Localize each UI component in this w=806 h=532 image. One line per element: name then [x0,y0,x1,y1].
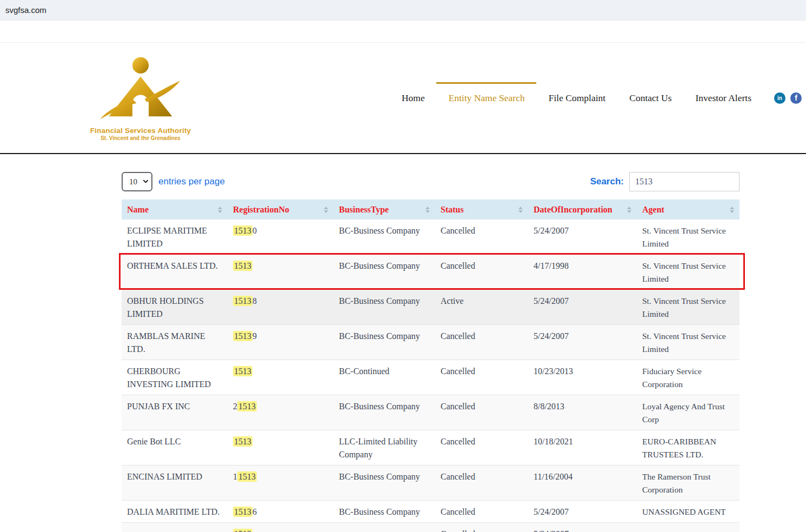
cell-registration-no: 1513 [228,430,334,466]
search-match-highlight: 1513 [233,225,252,236]
facebook-icon[interactable]: f [790,92,802,104]
nav-item-investor-alerts[interactable]: Investor Alerts [695,89,751,107]
search-match-highlight: 1513 [233,529,252,532]
column-label: RegistrationNo [233,205,289,215]
cell-business-type: BC-Continued [334,360,435,395]
search-match-highlight: 1513 [233,261,252,271]
column-header-status[interactable]: Status [435,200,528,220]
column-label: Name [127,205,149,215]
sort-icon[interactable] [730,207,734,213]
nav-item-entity-name-search[interactable]: Entity Name Search [449,89,525,107]
cell-agent: St. Vincent Trust Service Limited [637,220,740,255]
sort-icon[interactable] [518,207,523,213]
search-match-highlight: 1513 [233,296,252,306]
entity-search-content: 10 entries per page Search: NameR [122,172,740,532]
social-icons: in f [774,92,802,104]
cell-business-type: BC-Business Company [334,466,435,501]
main-nav: HomeEntity Name SearchFile ComplaintCont… [402,89,751,107]
cell-business-type: BC-Business Company [334,325,435,360]
table-row[interactable]: DALIA MARITIME LTD.15136BC-Business Comp… [122,501,740,523]
search-input[interactable] [629,172,740,191]
cell-registration-no: 15138 [228,290,334,325]
nav-item-contact-us[interactable]: Contact Us [629,89,671,107]
sort-icon[interactable] [218,207,222,213]
cell-name: RAMBLAS MARINE LTD. [122,325,228,360]
cell-registration-no: 15136 [228,501,334,523]
header-top-strip [0,21,806,43]
cell-agent: St. Vincent Trust Service Limited [637,290,740,325]
cell-status: Cancelled [435,220,528,255]
cell-status: Cancelled [435,395,528,430]
search-label: Search: [590,176,624,187]
column-label: Status [441,205,464,215]
table-row[interactable]: ORTHEMA SALES LTD.1513BC-Business Compan… [122,255,740,290]
cell-registration-no: 15130 [228,220,334,255]
cell-date-of-incorporation: 5/24/2007 [528,501,637,523]
column-header-businesstype[interactable]: BusinessType [334,200,435,220]
cell-date-of-incorporation: 5/24/2007 [528,290,637,325]
column-label: Agent [642,205,664,215]
cell-name: OBHUR HOLDINGS LIMITED [122,290,228,325]
search-match-highlight: 1513 [237,471,257,482]
cell-name: ORTHEMA SALES LTD. [122,255,228,290]
column-label: DateOfIncorporation [534,205,612,215]
browser-address-bar[interactable]: svgfsa.com [0,0,806,21]
cell-name: ENCINAS LIMITED [122,466,228,501]
search-match-highlight: 1513 [233,436,252,447]
cell-agent: Fiduciary Service Corporation [637,360,740,395]
cell-date-of-incorporation: 11/16/2004 [528,466,637,501]
cell-agent [637,523,740,532]
sort-icon[interactable] [324,207,328,213]
linkedin-icon[interactable]: in [774,92,785,104]
cell-date-of-incorporation: 5/24/2007 [528,220,637,255]
cell-date-of-incorporation: 4/17/1998 [528,255,637,290]
nav-item-file-complaint[interactable]: File Complaint [549,89,606,107]
nav-item-home[interactable]: Home [402,89,425,107]
cell-business-type: BC-Business Company [334,395,435,430]
column-header-agent[interactable]: Agent [637,200,740,220]
page: svgfsa.com Financial Services Authority … [0,0,806,532]
search-match-highlight: 1513 [233,507,252,517]
fsa-logo[interactable]: Financial Services Authority St. Vincent… [89,55,192,141]
entries-per-page-label[interactable]: entries per page [158,176,225,187]
results-table-wrap: NameRegistrationNoBusinessTypeStatusDate… [122,200,740,532]
search-match-highlight: 1513 [233,331,252,341]
column-header-registrationno[interactable]: RegistrationNo [228,200,334,220]
search-match-highlight: 1513 [237,401,257,411]
cell-status: Cancelled [435,325,528,360]
cell-business-type: BC-Business Company [334,501,435,523]
table-row[interactable]: Genie Bot LLC1513LLC-Limited Liability C… [122,430,740,466]
sort-icon[interactable] [627,207,631,213]
table-row[interactable]: ENCINAS LIMITED11513BC-Business CompanyC… [122,466,740,501]
cell-date-of-incorporation: 8/8/2013 [528,395,637,430]
cell-name: CHERBOURG INVESTING LIMITED [122,360,228,395]
logo-subtitle: St. Vincent and the Grenadines [89,135,192,141]
table-row[interactable]: OBHUR HOLDINGS LIMITED15138BC-Business C… [122,290,740,325]
table-row[interactable]: 1513Cancelled5/24/2007 [122,523,740,532]
column-header-dateofincorporation[interactable]: DateOfIncorporation [528,200,637,220]
cell-name: ECLIPSE MARITIME LIMITED [122,220,228,255]
fsa-logo-icon [95,55,186,127]
sort-icon[interactable] [425,207,430,213]
site-header: Financial Services Authority St. Vincent… [0,43,806,154]
cell-status: Cancelled [435,360,528,395]
column-header-name[interactable]: Name [122,200,228,220]
table-row[interactable]: ECLIPSE MARITIME LIMITED15130BC-Business… [122,220,740,255]
cell-agent: EURO-CARIBBEAN TRUSTEES LTD. [637,430,740,466]
cell-date-of-incorporation: 10/18/2021 [528,430,637,466]
table-row[interactable]: RAMBLAS MARINE LTD.15139BC-Business Comp… [122,325,740,360]
table-body: ECLIPSE MARITIME LIMITED15130BC-Business… [122,220,740,532]
cell-name: DALIA MARITIME LTD. [122,501,228,523]
cell-agent: St. Vincent Trust Service Limited [637,255,740,290]
cell-business-type [334,523,435,532]
cell-agent: St. Vincent Trust Service Limited [637,325,740,360]
cell-registration-no: 21513 [228,395,334,430]
column-label: BusinessType [339,205,389,215]
nav-area: HomeEntity Name SearchFile ComplaintCont… [402,89,803,107]
table-row[interactable]: PUNJAB FX INC21513BC-Business CompanyCan… [122,395,740,430]
browser-url: svgfsa.com [5,5,46,15]
entries-per-page-select[interactable]: 10 [122,172,152,191]
table-row[interactable]: CHERBOURG INVESTING LIMITED1513BC-Contin… [122,360,740,395]
cell-registration-no: 1513 [228,523,334,532]
cell-agent: UNASSIGNED AGENT [637,501,740,523]
